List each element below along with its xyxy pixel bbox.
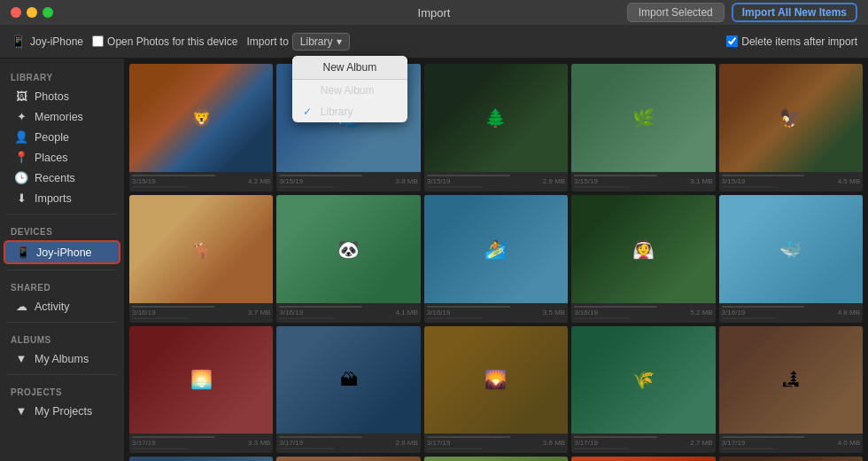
sidebar-item-label: Places: [35, 152, 68, 164]
photo-cell[interactable]: 🦅 3/15/19 4.5 MB: [719, 64, 863, 191]
photo-size: 3.6 MB: [543, 439, 565, 447]
photo-date: 3/17/19: [132, 439, 156, 447]
photo-cell[interactable]: 🏄 3/16/19 3.5 MB: [424, 195, 568, 323]
titlebar: Import Import Selected Import All New It…: [0, 0, 868, 25]
titlebar-action-buttons: Import Selected Import All New Items: [627, 3, 857, 22]
activity-icon: ☁: [14, 300, 28, 313]
photo-info: 3/16/19 5.2 MB: [571, 303, 715, 323]
open-photos-label[interactable]: Open Photos for this device: [92, 35, 237, 48]
meta-line-short: [574, 317, 630, 319]
photo-thumbnail: 🏔: [276, 326, 420, 434]
meta-line: [427, 306, 510, 308]
photo-thumbnail: 🌲: [424, 64, 568, 172]
photo-size: 4.8 MB: [838, 309, 860, 316]
meta-line: [574, 436, 657, 438]
photo-cell[interactable]: 🌸 3/18/19 2.5 MB: [424, 457, 568, 461]
sidebar-section-projects: Projects: [0, 380, 124, 401]
photo-image: 🌊: [719, 457, 863, 461]
photo-image: 🐼: [276, 195, 420, 303]
photo-date: 3/16/19: [722, 309, 746, 316]
delete-after-import-checkbox[interactable]: [726, 35, 738, 47]
photo-meta-row: 3/15/19 4.5 MB: [722, 177, 860, 185]
photo-cell[interactable]: 🌲 3/15/19 2.9 MB: [424, 64, 568, 191]
photo-size: 4.5 MB: [838, 177, 860, 185]
import-to-container: Import to Library ▾ New Album New Album …: [246, 33, 349, 51]
photo-date: 3/17/19: [427, 439, 451, 447]
sidebar-item-joy-iphone[interactable]: 📱 Joy-iPhone: [4, 240, 120, 264]
import-selected-button[interactable]: Import Selected: [627, 3, 725, 22]
imports-icon: ⬇: [14, 191, 28, 205]
close-button[interactable]: [11, 7, 21, 18]
meta-line-short: [427, 448, 483, 449]
photo-cell[interactable]: 🌅 3/17/19 3.3 MB: [129, 326, 273, 454]
photo-cell[interactable]: 🌊 3/18/19 3.9 MB: [129, 457, 273, 461]
sidebar-divider-3: [7, 322, 117, 323]
sidebar-item-label: My Albums: [35, 353, 89, 365]
sidebar-item-my-projects[interactable]: ▼ My Projects: [4, 401, 120, 421]
meta-line: [279, 306, 362, 308]
photo-meta-row: 3/15/19 3.8 MB: [279, 177, 417, 185]
sidebar-item-people[interactable]: 👤 People: [4, 127, 120, 147]
photo-info: 3/15/19 3.1 MB: [571, 172, 715, 191]
sidebar-section-albums: Albums: [0, 328, 124, 348]
photo-size: 4.1 MB: [395, 309, 417, 316]
photo-size: 2.9 MB: [543, 177, 565, 185]
photo-cell[interactable]: 🦁 3/15/19 4.2 MB: [129, 64, 273, 191]
import-all-button[interactable]: Import All New Items: [732, 3, 857, 22]
maximize-button[interactable]: [43, 7, 53, 18]
photo-info: 3/17/19 2.8 MB: [276, 434, 420, 453]
photo-cell[interactable]: 🎈 3/18/19 1.8 MB: [276, 457, 420, 461]
sidebar-item-label: My Projects: [35, 405, 92, 418]
sidebar-item-activity[interactable]: ☁ Activity: [4, 296, 120, 316]
photo-info: 3/15/19 3.8 MB: [276, 172, 420, 191]
sidebar-item-label: Memories: [35, 111, 83, 123]
photo-meta-row: 3/17/19 3.3 MB: [132, 439, 270, 447]
photo-thumbnail: 🐳: [719, 195, 863, 303]
photo-cell[interactable]: 🦌 3/16/19 3.7 MB: [129, 195, 273, 323]
sidebar-item-recents[interactable]: 🕒 Recents: [4, 168, 120, 188]
photo-cell[interactable]: 🏔 3/17/19 2.8 MB: [276, 326, 420, 454]
dropdown-item-label: Library: [321, 105, 353, 118]
photo-image: 🦅: [719, 64, 863, 172]
photo-thumbnail: 🌾: [571, 326, 715, 434]
photo-cell[interactable]: 🐳 3/16/19 4.8 MB: [719, 195, 863, 323]
photo-date: 3/15/19: [574, 177, 598, 185]
open-photos-checkbox[interactable]: [92, 35, 104, 47]
photo-info: 3/15/19 4.2 MB: [129, 172, 273, 191]
photo-meta-row: 3/17/19 2.8 MB: [279, 439, 417, 447]
photo-cell[interactable]: 🌄 3/17/19 3.6 MB: [424, 326, 568, 454]
sidebar-section-devices: Devices: [0, 220, 124, 240]
dropdown-item-library[interactable]: ✓ Library: [292, 101, 407, 122]
photo-cell[interactable]: 🏞 3/17/19 4.0 MB: [719, 326, 863, 454]
photo-size: 2.7 MB: [690, 439, 712, 447]
sidebar-divider-4: [7, 374, 117, 375]
dropdown-item-label: New Album: [321, 84, 375, 97]
photo-meta-row: 3/17/19 2.7 MB: [574, 439, 712, 447]
photo-cell[interactable]: 🐼 3/16/19 4.1 MB: [276, 195, 420, 323]
photo-size: 3.1 MB: [690, 177, 712, 185]
import-to-dropdown-button[interactable]: Library ▾: [292, 33, 350, 51]
photo-cell[interactable]: 🌾 3/17/19 2.7 MB: [571, 326, 715, 454]
photo-cell[interactable]: 🐙 3/18/19 3.4 MB: [571, 457, 715, 461]
meta-line-short: [132, 448, 188, 449]
meta-line-short: [722, 448, 778, 449]
photo-thumbnail: 👰: [571, 195, 715, 303]
sidebar-item-imports[interactable]: ⬇ Imports: [4, 188, 120, 208]
dropdown-item-new-album[interactable]: New Album: [292, 80, 407, 101]
delete-after-import-label[interactable]: Delete items after import: [726, 35, 857, 48]
photo-cell[interactable]: 🌿 3/15/19 3.1 MB: [571, 64, 715, 191]
photo-image: 🌸: [424, 457, 568, 461]
photo-thumbnail: 🌊: [129, 457, 273, 461]
sidebar-item-photos[interactable]: 🖼 Photos: [4, 86, 120, 106]
photo-content-area[interactable]: 🦁 3/15/19 4.2 MB 🌊 3/15/19 3.8 MB 🌲: [124, 59, 868, 461]
photo-image: 🏄: [424, 195, 568, 303]
photo-meta-row: 3/16/19 3.7 MB: [132, 309, 270, 316]
photo-info: 3/16/19 4.8 MB: [719, 303, 863, 323]
sidebar-item-my-albums[interactable]: ▼ My Albums: [4, 348, 120, 369]
sidebar-item-places[interactable]: 📍 Places: [4, 147, 120, 168]
sidebar-item-memories[interactable]: ✦ Memories: [4, 106, 120, 127]
photo-cell[interactable]: 🌊 3/18/19 4.2 MB: [719, 457, 863, 461]
meta-line-short: [574, 186, 630, 188]
minimize-button[interactable]: [27, 7, 37, 18]
photo-cell[interactable]: 👰 3/16/19 5.2 MB: [571, 195, 715, 323]
